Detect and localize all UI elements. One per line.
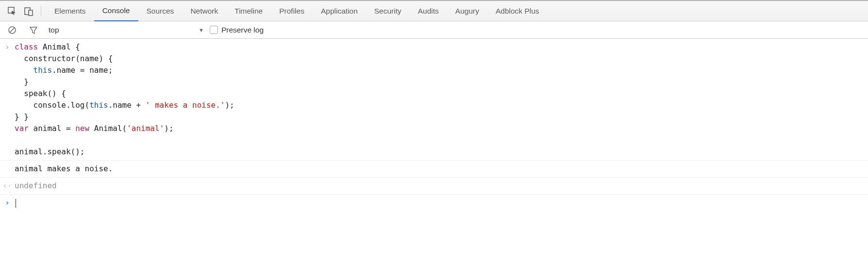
svg-line-4: [10, 28, 15, 33]
tab-profiles[interactable]: Profiles: [271, 1, 313, 21]
execution-context-selector[interactable]: top ▼: [49, 26, 204, 34]
devtools-tab-bar: Elements Console Sources Network Timelin…: [0, 1, 868, 21]
checkbox-box: [210, 26, 218, 34]
device-toolbar-icon[interactable]: [22, 5, 35, 17]
preserve-log-label: Preserve log: [221, 26, 264, 34]
tab-adblock[interactable]: Adblock Plus: [487, 1, 548, 21]
tab-separator: [41, 6, 41, 16]
tab-sources[interactable]: Sources: [138, 1, 183, 21]
console-return-value: undefined: [15, 180, 868, 192]
input-marker-icon: ›: [0, 41, 15, 53]
console-code-block[interactable]: class Animal { constructor(name) { this.…: [15, 41, 868, 158]
console-input[interactable]: [15, 197, 868, 209]
return-marker-icon: ‹·: [0, 180, 15, 192]
context-label: top: [49, 26, 59, 34]
tab-security[interactable]: Security: [366, 1, 410, 21]
chevron-down-icon: ▼: [199, 27, 204, 33]
tab-augury[interactable]: Augury: [447, 1, 487, 21]
console-output-area: › class Animal { constructor(name) { thi…: [0, 39, 868, 211]
console-log-entry: animal makes a noise.: [0, 161, 868, 178]
console-prompt-row[interactable]: ›: [0, 195, 868, 211]
console-return-entry: ‹· undefined: [0, 178, 868, 195]
console-toolbar: top ▼ Preserve log: [0, 21, 868, 39]
clear-console-icon[interactable]: [6, 24, 18, 36]
svg-rect-2: [29, 10, 33, 16]
tab-timeline[interactable]: Timeline: [226, 1, 271, 21]
inspect-element-icon[interactable]: [6, 5, 18, 17]
filter-icon[interactable]: [27, 24, 40, 36]
tab-elements[interactable]: Elements: [46, 1, 94, 21]
text-cursor: [16, 199, 16, 208]
tab-console[interactable]: Console: [94, 1, 138, 21]
console-log-text: animal makes a noise.: [15, 163, 868, 175]
prompt-marker-icon: ›: [0, 197, 15, 209]
console-input-entry: › class Animal { constructor(name) { thi…: [0, 39, 868, 161]
preserve-log-checkbox[interactable]: Preserve log: [210, 26, 264, 34]
tab-network[interactable]: Network: [182, 1, 226, 21]
tab-application[interactable]: Application: [313, 1, 366, 21]
tab-audits[interactable]: Audits: [410, 1, 447, 21]
